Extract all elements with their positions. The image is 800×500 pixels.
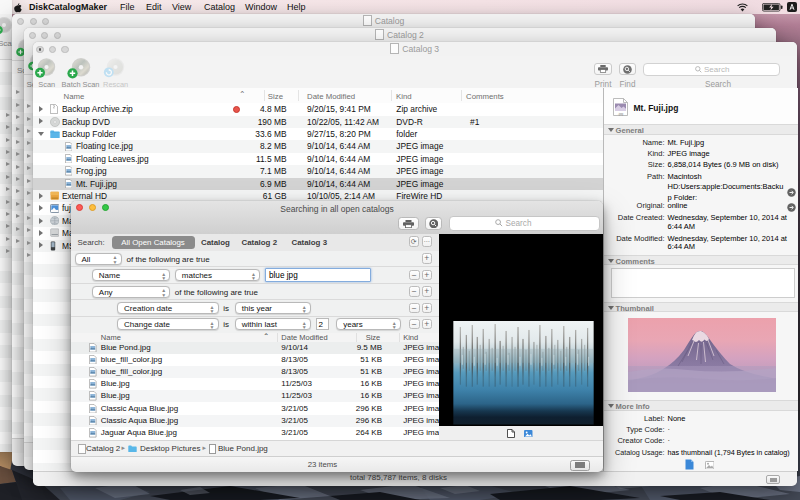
svg-text:.jpg: .jpg	[617, 112, 623, 116]
